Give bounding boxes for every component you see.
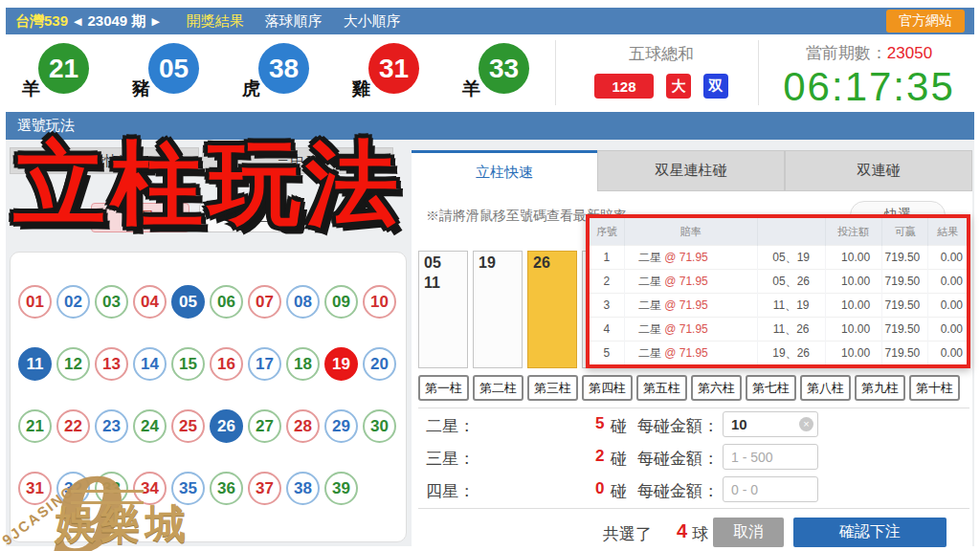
grid-number-03[interactable]: 03 bbox=[95, 285, 128, 319]
odds-table-body: 1二星 @ 71.9505、1910.00719.500.002二星 @ 71.… bbox=[590, 246, 967, 365]
odds-pair: 11、19 bbox=[757, 294, 825, 318]
grid-number-36[interactable]: 36 bbox=[210, 472, 243, 505]
column-box-number: 19 bbox=[479, 253, 522, 273]
column-button-4[interactable]: 第四柱 bbox=[582, 375, 633, 401]
odds-no: 1 bbox=[590, 246, 624, 270]
cancel-button[interactable]: 取消 bbox=[713, 518, 784, 547]
grid-number-20[interactable]: 20 bbox=[363, 347, 396, 381]
nav-link-ball-order[interactable]: 落球順序 bbox=[265, 12, 323, 31]
grid-number-15[interactable]: 15 bbox=[171, 347, 205, 381]
tab-double-combo[interactable]: 双連碰 bbox=[785, 150, 972, 191]
countdown-timer: 06:17:35 bbox=[764, 64, 974, 110]
bet-row-four-star: 四星： 0 碰 每碰金額： bbox=[418, 476, 969, 503]
odds-no: 4 bbox=[590, 318, 624, 342]
official-site-button[interactable]: 官方網站 bbox=[886, 10, 965, 33]
grid-number-12[interactable]: 12 bbox=[56, 347, 90, 381]
column-button-7[interactable]: 第七柱 bbox=[746, 375, 796, 401]
grid-number-37[interactable]: 37 bbox=[248, 472, 281, 505]
grid-number-27[interactable]: 27 bbox=[248, 409, 281, 443]
prev-period-arrow-icon[interactable]: ◀ bbox=[74, 15, 81, 28]
confirm-bet-button[interactable]: 確認下注 bbox=[793, 518, 947, 547]
column-button-8[interactable]: 第八柱 bbox=[800, 375, 851, 401]
grid-number-18[interactable]: 18 bbox=[286, 347, 320, 381]
odds-play-name: 二星 bbox=[638, 275, 661, 288]
odds-play: 二星 @ 71.95 bbox=[624, 318, 757, 342]
grid-number-30[interactable]: 30 bbox=[363, 409, 396, 443]
number-grid-panel: 0102030405060708091011121314151617181920… bbox=[10, 252, 407, 542]
grid-number-19[interactable]: 19 bbox=[324, 347, 358, 381]
grid-number-14[interactable]: 14 bbox=[133, 347, 167, 381]
column-box-3[interactable]: 26 bbox=[527, 251, 577, 368]
column-button-9[interactable]: 第九柱 bbox=[855, 375, 905, 401]
nav-link-size-order[interactable]: 大小順序 bbox=[344, 12, 401, 31]
odds-header: 賠率 bbox=[624, 218, 757, 246]
grid-number-26[interactable]: 26 bbox=[210, 409, 243, 443]
grid-number-09[interactable]: 09 bbox=[324, 285, 358, 319]
current-period-section: 當前期數：23050 06:17:35 bbox=[764, 34, 974, 112]
current-period-value: 23050 bbox=[887, 44, 932, 62]
nav-link-results[interactable]: 開獎結果 bbox=[187, 12, 244, 31]
grid-number-07[interactable]: 07 bbox=[248, 285, 281, 319]
result-ball: 33羊 bbox=[479, 43, 529, 94]
grid-number-02[interactable]: 02 bbox=[56, 285, 90, 319]
tab-column-quick[interactable]: 立柱快速 bbox=[412, 150, 597, 191]
grid-number-17[interactable]: 17 bbox=[248, 347, 281, 381]
grid-number-31[interactable]: 31 bbox=[18, 472, 52, 505]
next-period-arrow-icon[interactable]: ▶ bbox=[151, 15, 159, 28]
three-star-amount-input[interactable] bbox=[723, 444, 818, 470]
odds-table-head-row: 序號賠率投注額可贏結果 bbox=[590, 218, 967, 246]
odds-pair: 05、19 bbox=[757, 246, 825, 270]
grid-number-34[interactable]: 34 bbox=[133, 472, 167, 505]
odds-bet: 10.00 bbox=[825, 246, 882, 270]
column-box-1[interactable]: 0511 bbox=[418, 251, 468, 368]
grid-number-22[interactable]: 22 bbox=[56, 409, 90, 443]
grid-number-38[interactable]: 38 bbox=[286, 472, 320, 505]
odds-header: 序號 bbox=[590, 218, 624, 246]
column-box-2[interactable]: 19 bbox=[473, 251, 523, 368]
grid-number-35[interactable]: 35 bbox=[171, 472, 205, 505]
grid-number-11[interactable]: 11 bbox=[18, 347, 52, 381]
grid-number-21[interactable]: 21 bbox=[18, 409, 52, 443]
grid-number-08[interactable]: 08 bbox=[286, 285, 320, 319]
odds-row: 2二星 @ 71.9505、2610.00719.500.00 bbox=[590, 270, 967, 294]
column-button-10[interactable]: 第十柱 bbox=[909, 375, 960, 401]
grid-number-28[interactable]: 28 bbox=[286, 409, 320, 443]
tab-double-star-column[interactable]: 双星連柱碰 bbox=[597, 150, 785, 191]
grid-number-32[interactable]: 32 bbox=[56, 472, 90, 505]
grid-number-24[interactable]: 24 bbox=[133, 409, 167, 443]
bet-unit: 碰 bbox=[611, 480, 627, 502]
column-button-3[interactable]: 第三柱 bbox=[527, 375, 578, 401]
grid-number-06[interactable]: 06 bbox=[210, 285, 243, 319]
odds-bet: 10.00 bbox=[825, 318, 882, 342]
zodiac-label: 羊 bbox=[22, 77, 40, 101]
column-button-6[interactable]: 第六柱 bbox=[691, 375, 742, 401]
divider bbox=[418, 408, 969, 408]
grid-number-16[interactable]: 16 bbox=[210, 347, 243, 381]
grid-number-01[interactable]: 01 bbox=[18, 285, 52, 319]
odds-header: 投注額 bbox=[825, 218, 882, 246]
bet-unit: 碰 bbox=[611, 448, 627, 470]
four-star-amount-input[interactable] bbox=[723, 476, 818, 502]
draw-results-section: 21羊05豬38虎31雞33羊 五球總和 128 大 双 當前期數：23050 … bbox=[6, 34, 974, 112]
grid-number-33[interactable]: 33 bbox=[95, 472, 128, 505]
grid-number-04[interactable]: 04 bbox=[133, 285, 167, 319]
ball-number: 05 bbox=[148, 43, 199, 94]
grid-number-05[interactable]: 05 bbox=[171, 285, 205, 319]
grid-number-25[interactable]: 25 bbox=[171, 409, 205, 443]
odds-play: 二星 @ 71.95 bbox=[624, 294, 757, 318]
odds-row: 1二星 @ 71.9505、1910.00719.500.00 bbox=[590, 246, 967, 270]
clear-input-icon[interactable]: × bbox=[799, 417, 813, 431]
column-box-number: 05 bbox=[424, 253, 467, 273]
bet-row-two-star: 二星： 5 碰 每碰金額： × bbox=[418, 411, 969, 438]
sum-size-badge: 大 bbox=[666, 74, 691, 99]
odds-result: 0.00 bbox=[928, 294, 967, 318]
column-button-1[interactable]: 第一柱 bbox=[418, 375, 469, 401]
grid-number-23[interactable]: 23 bbox=[95, 409, 128, 443]
column-button-5[interactable]: 第五柱 bbox=[636, 375, 687, 401]
grid-number-39[interactable]: 39 bbox=[324, 472, 358, 505]
column-button-2[interactable]: 第二柱 bbox=[473, 375, 523, 401]
grid-number-10[interactable]: 10 bbox=[363, 285, 396, 319]
odds-win: 719.50 bbox=[882, 318, 928, 342]
grid-number-13[interactable]: 13 bbox=[95, 347, 128, 381]
grid-number-29[interactable]: 29 bbox=[324, 409, 358, 443]
